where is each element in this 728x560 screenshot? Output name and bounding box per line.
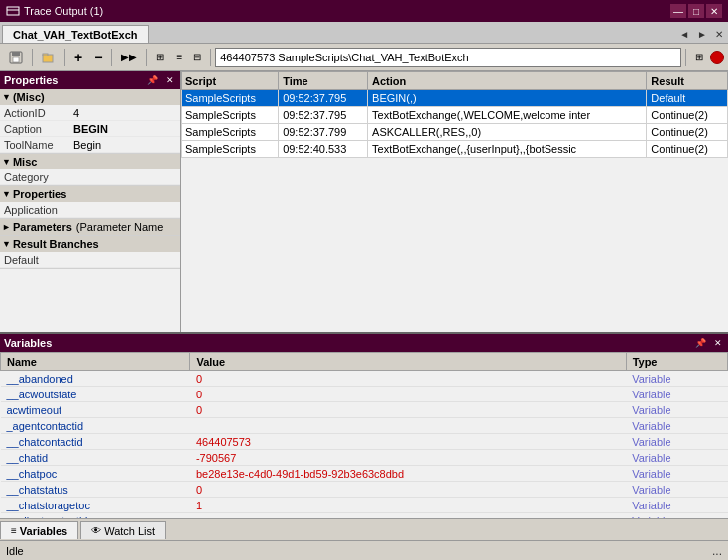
prop-row-actionid: ActionID 4 xyxy=(0,105,180,121)
prop-section-result-branches: ▼ Result Branches Default xyxy=(0,236,180,269)
toolbar-screen-btn[interactable]: ⊞ xyxy=(690,47,708,68)
list-item[interactable]: __chatstatus0Variable xyxy=(1,482,728,498)
tab-close-button[interactable]: ✕ xyxy=(712,28,726,41)
toolbar-plus-btn[interactable]: + xyxy=(69,47,87,68)
properties-arrow-icon: ▼ xyxy=(2,189,11,199)
toolbar-separator-6 xyxy=(685,49,686,66)
prop-name-toolname: ToolName xyxy=(4,139,73,151)
maximize-button[interactable]: □ xyxy=(688,4,704,18)
variables-pin-btn[interactable]: 📌 xyxy=(693,338,708,348)
prop-section-parameters-header[interactable]: ► Parameters (Parameter Name xyxy=(0,219,180,235)
list-item[interactable]: _agentcontactidVariable xyxy=(1,418,728,434)
table-row[interactable]: SampleScripts09:52:37.795TextBotExchange… xyxy=(182,107,728,124)
svg-rect-4 xyxy=(13,57,19,62)
tab-variables[interactable]: ≡ Variables xyxy=(0,521,78,539)
prop-row-default: Default xyxy=(0,252,180,268)
prop-name-caption: Caption xyxy=(4,123,73,135)
prop-name-category: Category xyxy=(4,171,73,183)
toolbar-grid-btn[interactable]: ⊞ xyxy=(151,47,169,68)
prop-row-category: Category xyxy=(0,169,180,185)
properties-content: ▼ (Misc) ActionID 4 Caption BEGIN ToolNa… xyxy=(0,89,180,332)
toolbar-separator-1 xyxy=(32,49,33,66)
list-item[interactable]: acwtimeout0Variable xyxy=(1,402,728,418)
toolbar: + − ▶▶ ⊞ ≡ ⊟ 464407573 SampleScripts\Cha… xyxy=(0,44,728,71)
toolbar-address: 464407573 SampleScripts\Chat_VAH_TextBot… xyxy=(215,48,681,67)
title-bar-controls: — □ ✕ xyxy=(670,4,722,18)
svg-rect-6 xyxy=(43,54,48,56)
tab-nav: ◄ ► ✕ xyxy=(676,28,726,43)
toolbar-minus-btn[interactable]: − xyxy=(89,47,107,68)
toolbar-separator-3 xyxy=(111,49,112,66)
variables-title: Variables xyxy=(4,337,52,349)
result-branches-arrow-icon: ▼ xyxy=(2,239,11,249)
prop-value-caption: BEGIN xyxy=(73,123,176,135)
svg-rect-0 xyxy=(7,7,19,15)
table-row[interactable]: SampleScripts09:52:37.795BEGIN(,)Default xyxy=(182,90,728,107)
prop-section-misc2: ▼ Misc Category xyxy=(0,154,180,186)
toolbar-separator-2 xyxy=(64,49,65,66)
list-item[interactable]: __abandoned0Variable xyxy=(1,371,728,387)
toolbar-save-btn[interactable] xyxy=(4,47,28,68)
tab-watch-list[interactable]: 👁 Watch List xyxy=(80,521,166,539)
title-bar-text: Trace Output (1) xyxy=(24,5,670,17)
prop-section-misc: ▼ (Misc) ActionID 4 Caption BEGIN ToolNa… xyxy=(0,89,180,154)
toolbar-open-btn[interactable] xyxy=(37,47,61,68)
toolbar-list-btn[interactable]: ≡ xyxy=(171,47,186,68)
toolbar-separator-4 xyxy=(146,49,147,66)
variables-scroll[interactable]: Name Value Type __abandoned0Variable__ac… xyxy=(0,352,728,518)
table-row[interactable]: SampleScripts09:52:37.799ASKCALLER(,RES,… xyxy=(182,124,728,141)
prop-section-result-branches-header[interactable]: ▼ Result Branches xyxy=(0,236,180,252)
trace-col-time: Time xyxy=(279,72,368,90)
prop-row-application: Application xyxy=(0,202,180,218)
tab-chat-vah[interactable]: Chat_VAH_TextBotExch xyxy=(2,25,149,43)
parameters-value: (Parameter Name xyxy=(76,221,163,233)
properties-close-btn[interactable]: ✕ xyxy=(164,75,176,85)
trace-scroll[interactable]: Script Time Action Result SampleScripts0… xyxy=(181,71,728,332)
prop-value-toolname: Begin xyxy=(73,139,176,151)
prop-section-properties: ▼ Properties Application xyxy=(0,186,180,219)
var-col-value: Value xyxy=(190,353,626,371)
list-item[interactable]: __chatid-790567Variable xyxy=(1,450,728,466)
variables-close-btn[interactable]: ✕ xyxy=(712,338,724,348)
list-item[interactable]: __chatstoragetoc1Variable xyxy=(1,498,728,513)
tab-bar: Chat_VAH_TextBotExch ◄ ► ✕ xyxy=(0,22,728,44)
variables-panel-header: Variables 📌 ✕ xyxy=(0,334,728,352)
misc2-arrow-icon: ▼ xyxy=(2,157,11,167)
table-row[interactable]: SampleScripts09:52:40.533TextBotExchange… xyxy=(182,141,728,158)
prop-row-toolname: ToolName Begin xyxy=(0,137,180,153)
trace-table: Script Time Action Result SampleScripts0… xyxy=(181,71,728,158)
toolbar-columns-btn[interactable]: ⊟ xyxy=(188,47,206,68)
parameters-arrow-icon: ► xyxy=(2,222,11,232)
misc-arrow-icon: ▼ xyxy=(2,92,11,102)
trace-col-result: Result xyxy=(647,72,728,90)
trace-col-script: Script xyxy=(182,72,279,90)
list-item[interactable]: __chatpocbe28e13e-c4d0-49d1-bd59-92b3e63… xyxy=(1,466,728,482)
variables-header-controls: 📌 ✕ xyxy=(693,338,724,348)
tab-prev-button[interactable]: ◄ xyxy=(676,28,692,41)
prop-name-application: Application xyxy=(4,204,73,216)
prop-section-parameters: ► Parameters (Parameter Name xyxy=(0,219,180,236)
toolbar-play-btn[interactable]: ▶▶ xyxy=(116,47,142,68)
tab-next-button[interactable]: ► xyxy=(694,28,710,41)
toolbar-record-btn[interactable] xyxy=(710,51,724,64)
properties-panel-header: Properties 📌 ✕ xyxy=(0,71,180,89)
properties-pin-btn[interactable]: 📌 xyxy=(145,75,160,85)
prop-section-misc-header[interactable]: ▼ (Misc) xyxy=(0,89,180,105)
status-text: Idle xyxy=(6,545,712,557)
title-bar: Trace Output (1) — □ ✕ xyxy=(0,0,728,22)
list-item[interactable]: __chatcontactid464407573Variable xyxy=(1,434,728,450)
prop-section-misc2-header[interactable]: ▼ Misc xyxy=(0,154,180,169)
properties-panel: Properties 📌 ✕ ▼ (Misc) ActionID 4 xyxy=(0,71,181,332)
var-col-name: Name xyxy=(1,353,190,371)
properties-title: Properties xyxy=(4,74,58,86)
list-item[interactable]: __acwoutstate0Variable xyxy=(1,387,728,402)
prop-section-properties-header[interactable]: ▼ Properties xyxy=(0,186,180,202)
close-button[interactable]: ✕ xyxy=(706,4,722,18)
bottom-tabs: ≡ Variables 👁 Watch List xyxy=(0,518,728,540)
panel-header-controls: 📌 ✕ xyxy=(145,75,176,85)
minimize-button[interactable]: — xyxy=(670,4,686,18)
variables-table: Name Value Type __abandoned0Variable__ac… xyxy=(0,352,728,518)
trace-col-action: Action xyxy=(368,72,647,90)
watch-list-tab-icon: 👁 xyxy=(91,525,101,536)
status-bar: Idle ... xyxy=(0,540,728,560)
